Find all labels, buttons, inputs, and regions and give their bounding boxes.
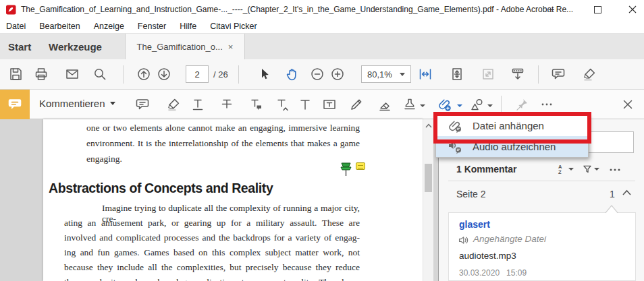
menu-fenster[interactable]: Fenster <box>131 22 173 31</box>
speaker-icon <box>458 235 470 245</box>
email-button[interactable] <box>65 67 80 82</box>
sort-button[interactable]: A Z <box>558 164 574 175</box>
card-notch <box>605 206 618 214</box>
page-group-label: Seite 2 <box>456 189 486 199</box>
zoom-out-icon <box>310 67 325 82</box>
tab-document-label: The_Gamification_o... <box>137 42 223 52</box>
red-highlight-annotation <box>433 112 591 144</box>
fullscreen-icon <box>481 67 495 82</box>
zoom-in-icon <box>330 67 345 82</box>
text-box-icon <box>322 97 337 112</box>
panel-options-button[interactable] <box>608 162 622 177</box>
document-text-line: environment. It is the interrelationship… <box>86 138 360 149</box>
zoom-out-button[interactable] <box>310 67 325 82</box>
paperclip-icon <box>437 97 452 112</box>
tab-document[interactable]: The_Gamification_o... × <box>125 34 245 59</box>
zoom-level-select[interactable]: 80,1% <box>361 65 411 83</box>
main-toolbar: / 26 80,1% <box>0 59 644 90</box>
attach-file-tool[interactable] <box>437 97 452 112</box>
fit-page-button[interactable] <box>450 67 464 82</box>
tab-bar: Start Werkzeuge The_Gamification_o... × <box>0 34 644 59</box>
close-comment-toolbar-button[interactable] <box>620 97 635 112</box>
previous-page-button[interactable] <box>136 67 151 82</box>
fullscreen-button[interactable] <box>481 67 495 82</box>
document-scrollbar[interactable] <box>423 119 433 281</box>
page-group-count: 1 <box>610 189 615 199</box>
add-text-tool[interactable] <box>298 97 313 112</box>
replace-text-icon <box>248 97 263 112</box>
menu-bearbeiten[interactable]: Bearbeiten <box>32 22 86 31</box>
scrolling-mode-button[interactable] <box>510 67 525 82</box>
close-icon <box>620 97 635 112</box>
search-button[interactable] <box>92 67 107 82</box>
scrollbar-thumb[interactable] <box>425 164 432 192</box>
insert-text-tool[interactable] <box>275 97 290 112</box>
fit-width-icon <box>418 67 433 82</box>
highlighter-icon <box>166 97 181 112</box>
menu-anzeige[interactable]: Anzeige <box>87 22 131 31</box>
tab-werkzeuge[interactable]: Werkzeuge <box>49 34 102 59</box>
menu-hilfe[interactable]: Hilfe <box>173 22 203 31</box>
draw-tool[interactable] <box>349 97 364 112</box>
note-annotation[interactable] <box>356 162 365 170</box>
comment-mode-badge[interactable] <box>0 90 30 119</box>
chevron-down-icon[interactable] <box>457 104 462 107</box>
chevron-down-icon[interactable] <box>420 104 425 107</box>
close-button[interactable] <box>618 0 644 19</box>
keep-tool-selected-toggle[interactable] <box>514 97 529 112</box>
document-text-line: ing and fun games. Games based on this c… <box>64 247 360 258</box>
highlight-pen-icon <box>582 67 597 82</box>
chevron-down-icon[interactable] <box>487 104 493 107</box>
document-text-line: the complexity and use broad generalizat… <box>64 277 360 281</box>
print-icon <box>34 67 49 82</box>
page-down-icon <box>157 67 171 82</box>
highlight-tool-button[interactable] <box>582 67 597 82</box>
menu-datei[interactable]: Datei <box>0 22 32 31</box>
fit-width-button[interactable] <box>418 67 433 82</box>
tab-start[interactable]: Start <box>8 34 31 59</box>
acrobat-window: The_Gamification_of_Learning_and_Instruc… <box>0 0 644 281</box>
tab-close-icon[interactable]: × <box>228 42 234 52</box>
comment-date: 30.03.2020 <box>459 268 500 278</box>
select-tool-button[interactable] <box>257 67 271 82</box>
toolbar-separator <box>501 96 502 114</box>
sticky-note-icon <box>135 97 150 112</box>
more-tools-button[interactable] <box>539 97 554 112</box>
eraser-tool[interactable] <box>377 97 392 112</box>
filter-button[interactable] <box>582 164 599 175</box>
print-button[interactable] <box>34 67 49 82</box>
document-text-line: one or two elements alone cannot make an… <box>86 123 360 133</box>
next-page-button[interactable] <box>157 67 171 82</box>
kommentieren-dropdown[interactable]: Kommentieren <box>39 98 115 109</box>
minimize-button[interactable] <box>535 0 565 19</box>
collapse-group-button[interactable] <box>622 189 631 195</box>
drawing-tools[interactable] <box>469 97 484 112</box>
attached-file-name[interactable]: audiotest.mp3 <box>459 251 516 261</box>
strikethrough-text-tool[interactable] <box>219 97 234 112</box>
underline-text-tool[interactable] <box>190 97 205 112</box>
hand-tool-button[interactable] <box>285 67 300 82</box>
menu-bar: Datei Bearbeiten Anzeige Fenster Hilfe C… <box>0 19 644 34</box>
text-box-tool[interactable] <box>322 97 337 112</box>
page-number-input[interactable] <box>186 65 209 83</box>
email-icon <box>65 67 80 82</box>
stamp-tool[interactable] <box>402 97 417 112</box>
highlighter-tool[interactable] <box>166 97 181 112</box>
comment-panel-button[interactable] <box>551 67 566 82</box>
menu-citavi-picker[interactable]: Citavi Picker <box>203 22 263 31</box>
document-text-line: engaging. <box>86 154 360 164</box>
comment-card[interactable]: glasert Angehängte Datei audiotest.mp3 3… <box>448 212 636 281</box>
scroll-up-icon[interactable] <box>425 123 432 128</box>
filter-funnel-icon <box>582 164 593 175</box>
maximize-button[interactable] <box>583 0 612 19</box>
save-button[interactable] <box>8 67 23 82</box>
document-heading: Abstractions of Concepts and Reality <box>49 181 273 196</box>
sticky-note-tool[interactable] <box>135 97 150 112</box>
comment-author[interactable]: glasert <box>459 219 490 230</box>
attachment-pin-annotation[interactable] <box>339 162 366 182</box>
zoom-in-button[interactable] <box>330 67 345 82</box>
replace-text-tool[interactable] <box>248 97 263 112</box>
document-text-line: ating an amusement park, or gearing up f… <box>64 218 360 228</box>
chevron-down-icon <box>594 168 599 170</box>
comment-bubble-icon <box>551 67 566 82</box>
